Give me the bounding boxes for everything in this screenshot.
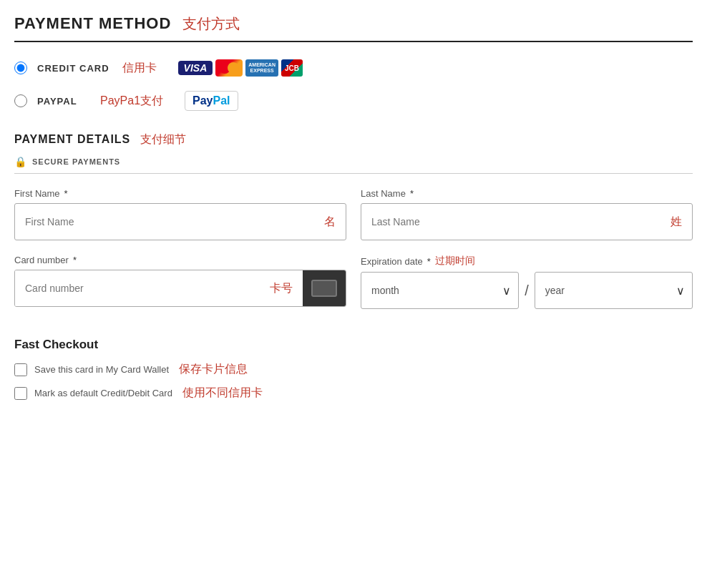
card-number-input-wrapper[interactable]: 卡号 (14, 270, 346, 307)
visa-logo: VISA (178, 61, 213, 75)
expiration-required: * (427, 256, 431, 267)
last-name-label: Last Name * (361, 188, 693, 199)
amex-logo: AMERICANEXPRESS (245, 59, 278, 77)
first-name-placeholder-cn: 名 (324, 215, 336, 230)
card-number-label-en: Card number (14, 255, 69, 265)
last-name-label-en: Last Name (361, 188, 406, 199)
expiration-label: Expiration date * 过期时间 (361, 255, 693, 268)
last-name-input[interactable] (371, 216, 663, 227)
expiration-label-en: Expiration date (361, 256, 423, 267)
jcb-logo: JCB (281, 59, 303, 77)
secure-payments-label: SECURE PAYMENTS (32, 157, 120, 166)
mastercard-logo (215, 59, 243, 77)
year-select-wrapper[interactable]: year 2024 2025 2026 2027 2028 2029 2030 … (535, 272, 693, 309)
lock-icon: 🔒 (14, 156, 26, 167)
paypal-label-en: PAYPAL (37, 96, 87, 107)
card-number-required: * (73, 255, 77, 265)
month-select[interactable]: month 01 02 03 04 05 06 07 08 09 10 11 1… (361, 275, 518, 306)
expiry-selects-row: month 01 02 03 04 05 06 07 08 09 10 11 1… (361, 272, 693, 309)
page-title-en: PAYMENT METHOD (14, 14, 171, 33)
paypal-logo: PayPal (185, 91, 238, 111)
first-name-required: * (64, 188, 68, 199)
year-select[interactable]: year 2024 2025 2026 2027 2028 2029 2030 … (535, 275, 692, 306)
paypal-label-cn: PayPa1支付 (100, 94, 163, 109)
first-name-input[interactable] (25, 216, 317, 227)
credit-card-label-en: CREDIT CARD (37, 63, 109, 74)
name-row: First Name * 名 Last Name * 姓 (14, 188, 693, 240)
page-title-row: PAYMENT METHOD 支付方式 (14, 14, 693, 42)
card-number-group: Card number * 卡号 (14, 255, 346, 309)
first-name-input-wrapper[interactable]: 名 (14, 203, 346, 240)
first-name-label-en: First Name (14, 188, 60, 199)
first-name-group: First Name * 名 (14, 188, 346, 240)
expiration-label-cn: 过期时间 (435, 255, 475, 268)
payment-details-section: PAYMENT DETAILS 支付细节 🔒 SECURE PAYMENTS F… (14, 132, 693, 309)
card-number-placeholder-cn: 卡号 (270, 281, 293, 296)
paypal-option: PAYPAL PayPa1支付 PayPal (14, 91, 693, 111)
first-name-label: First Name * (14, 188, 346, 199)
default-card-checkbox[interactable] (14, 387, 27, 400)
card-row: Card number * 卡号 Expiration date * 过期时间 (14, 255, 693, 309)
month-select-wrapper[interactable]: month 01 02 03 04 05 06 07 08 09 10 11 1… (361, 272, 519, 309)
save-card-checkbox[interactable] (14, 363, 27, 376)
card-number-input[interactable] (25, 283, 263, 294)
default-card-label-en: Mark as default Credit/Debit Card (34, 388, 172, 398)
credit-card-radio[interactable] (14, 62, 27, 74)
fast-checkout-section: Fast Checkout Save this card in My Card … (14, 330, 693, 401)
card-icon-graphic (311, 280, 337, 297)
default-card-row: Mark as default Credit/Debit Card 使用不同信用… (14, 386, 693, 401)
save-card-row: Save this card in My Card Wallet 保存卡片信息 (14, 362, 693, 377)
credit-card-option: CREDIT CARD 信用卡 VISA AMERICANEXPRESS JCB (14, 59, 693, 77)
payment-method-section: CREDIT CARD 信用卡 VISA AMERICANEXPRESS JCB… (14, 59, 693, 111)
last-name-input-wrapper[interactable]: 姓 (361, 203, 693, 240)
last-name-group: Last Name * 姓 (361, 188, 693, 240)
page-title-cn: 支付方式 (182, 14, 240, 34)
card-type-icon (303, 270, 346, 306)
paypal-radio[interactable] (14, 94, 27, 107)
save-card-label-cn: 保存卡片信息 (179, 362, 248, 377)
secure-payments-row: 🔒 SECURE PAYMENTS (14, 152, 693, 174)
paypal-logo-area: PayPal (185, 91, 238, 111)
expiration-group: Expiration date * 过期时间 month 01 02 03 04… (361, 255, 693, 309)
fast-checkout-title: Fast Checkout (14, 338, 693, 352)
card-number-label: Card number * (14, 255, 346, 265)
default-card-label-cn: 使用不同信用卡 (182, 386, 263, 401)
credit-card-label-cn: 信用卡 (122, 61, 157, 76)
payment-details-header: PAYMENT DETAILS 支付细节 (14, 132, 693, 147)
last-name-placeholder-cn: 姓 (671, 215, 682, 230)
save-card-label-en: Save this card in My Card Wallet (34, 364, 169, 375)
last-name-required: * (410, 188, 414, 199)
payment-details-label-en: PAYMENT DETAILS (14, 133, 130, 146)
expiry-slash: / (525, 283, 529, 299)
credit-card-logos: VISA AMERICANEXPRESS JCB (178, 59, 303, 77)
payment-details-label-cn: 支付细节 (140, 132, 186, 147)
